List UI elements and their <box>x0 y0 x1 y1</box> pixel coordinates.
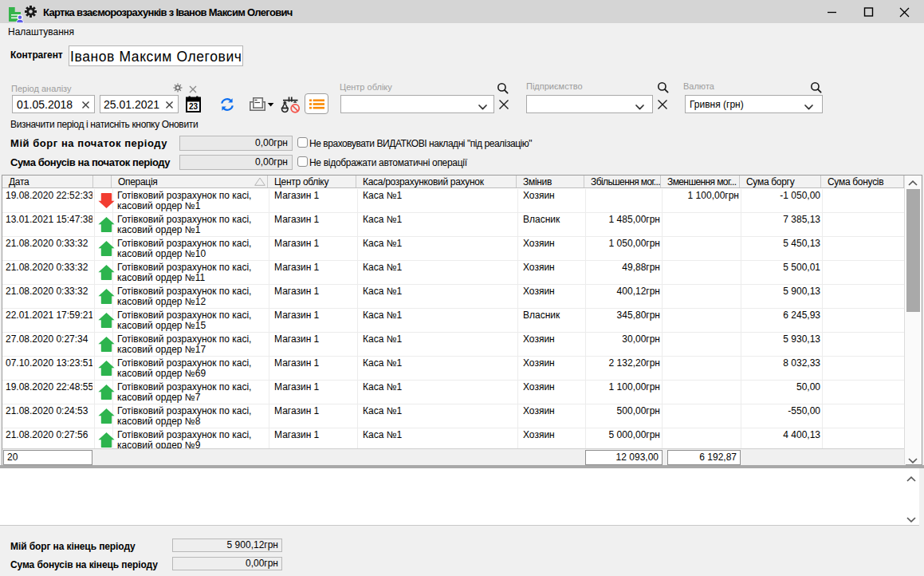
svg-text:23: 23 <box>189 102 199 111</box>
